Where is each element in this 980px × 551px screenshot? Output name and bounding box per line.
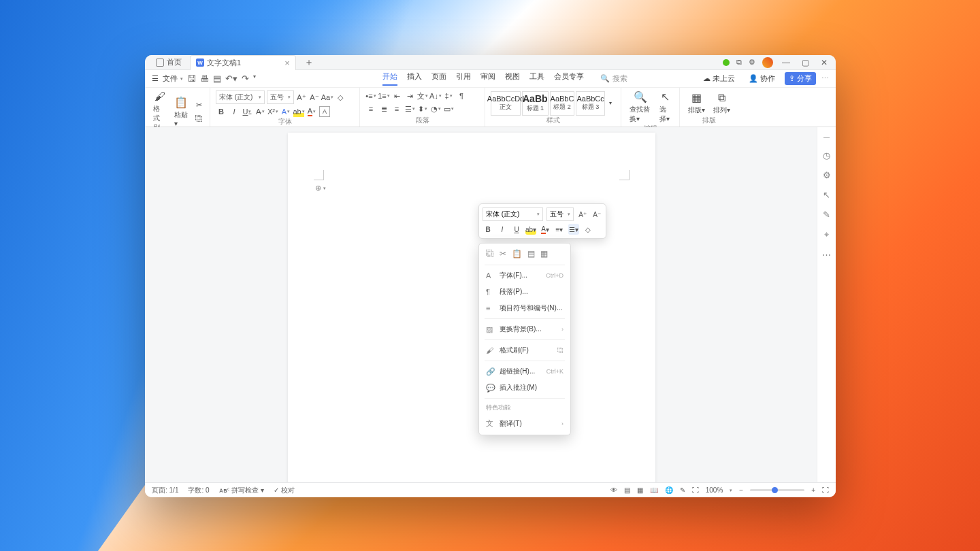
search-box[interactable]: 🔍 搜索 bbox=[600, 73, 627, 84]
tab-home[interactable]: 首页 bbox=[150, 55, 187, 69]
shrink-font-icon[interactable]: A⁻ bbox=[309, 92, 320, 103]
pencil-panel-icon[interactable]: ✎ bbox=[823, 210, 830, 220]
zoom-dropdown-icon[interactable]: ▾ bbox=[730, 488, 732, 493]
view-web-icon[interactable]: 🌐 bbox=[665, 486, 673, 494]
ctx-copy-icon[interactable]: ⿻ bbox=[486, 249, 494, 258]
ribbon-tab-review[interactable]: 审阅 bbox=[480, 71, 495, 86]
layout-icon[interactable]: ⧉ bbox=[736, 58, 742, 67]
mini-grow-font-icon[interactable]: A⁺ bbox=[577, 209, 588, 220]
status-proof[interactable]: ✓ 校对 bbox=[274, 486, 295, 495]
char-shading-icon[interactable]: A bbox=[319, 106, 330, 117]
view-outline-icon[interactable]: ▦ bbox=[637, 486, 643, 494]
shading-icon[interactable]: ◔ bbox=[430, 103, 441, 114]
maximize-button[interactable]: ▢ bbox=[799, 58, 811, 67]
ctx-background[interactable]: ▨更换背景(B)...› bbox=[479, 321, 570, 337]
clock-icon[interactable]: ◷ bbox=[823, 150, 830, 161]
zoom-out-button[interactable]: − bbox=[739, 486, 743, 494]
mini-size-combo[interactable]: 五号▾ bbox=[546, 207, 574, 221]
sync-status-icon[interactable] bbox=[723, 59, 730, 66]
preview-icon[interactable]: ▤ bbox=[213, 73, 221, 84]
mini-font-color-icon[interactable]: A▾ bbox=[540, 224, 551, 235]
text-effects-icon[interactable]: A bbox=[280, 106, 291, 117]
new-tab-button[interactable]: ＋ bbox=[304, 56, 314, 69]
ctx-paste-icon[interactable]: 📋 bbox=[512, 249, 522, 258]
more-menu-icon[interactable]: ⋯ bbox=[821, 74, 829, 83]
tab-document[interactable]: W 文字文稿1 × bbox=[190, 55, 296, 70]
status-spell[interactable]: ᴀʙᶜ 拼写检查 ▾ bbox=[219, 486, 265, 495]
redo-icon[interactable]: ↷ bbox=[242, 73, 249, 84]
cursor-panel-icon[interactable]: ↖ bbox=[823, 190, 830, 200]
paste-button[interactable]: 📋粘贴▾ bbox=[172, 96, 191, 127]
decrease-indent-icon[interactable]: ⇤ bbox=[391, 90, 402, 101]
view-read-icon[interactable]: 📖 bbox=[650, 486, 658, 494]
user-avatar[interactable] bbox=[762, 57, 773, 68]
zoom-in-button[interactable]: + bbox=[811, 486, 815, 494]
collapse-panel-icon[interactable]: — bbox=[823, 134, 830, 141]
mini-clear-icon[interactable]: ◇ bbox=[583, 224, 593, 235]
italic-icon[interactable]: I bbox=[229, 106, 240, 117]
superscript-icon[interactable]: X² bbox=[267, 106, 278, 117]
menu-file[interactable]: 文件▾ bbox=[163, 73, 183, 84]
mini-font-combo[interactable]: 宋体 (正文)▾ bbox=[483, 207, 543, 221]
border-icon[interactable]: ▭ bbox=[443, 103, 454, 114]
copy-icon[interactable]: ⿻ bbox=[193, 113, 204, 124]
status-words[interactable]: 字数: 0 bbox=[188, 486, 209, 495]
ctx-bullets[interactable]: ≡项目符号和编号(N)... bbox=[479, 300, 570, 316]
vertical-align-icon[interactable]: ⬍ bbox=[417, 103, 428, 114]
layout-button[interactable]: ▦排版▾ bbox=[685, 91, 708, 115]
bullet-list-icon[interactable]: •≡ bbox=[365, 90, 376, 101]
align-left-icon[interactable]: ≡ bbox=[365, 103, 376, 114]
strikethrough-icon[interactable]: A̶ bbox=[255, 106, 265, 117]
view-eye-icon[interactable]: 👁 bbox=[610, 486, 617, 494]
view-focus-icon[interactable]: ✎ bbox=[680, 486, 685, 494]
change-case-icon[interactable]: Aa bbox=[322, 92, 333, 103]
mini-bold-icon[interactable]: B bbox=[483, 224, 493, 235]
undo-icon[interactable]: ↶▾ bbox=[225, 73, 238, 84]
mini-align-icon[interactable]: ☰▾ bbox=[568, 224, 579, 235]
ctx-paragraph[interactable]: ¶段落(P)... bbox=[479, 284, 570, 300]
ribbon-tab-member[interactable]: 会员专享 bbox=[554, 71, 584, 86]
minimize-button[interactable]: — bbox=[780, 58, 792, 67]
document-page[interactable]: ⊕ ▾ bbox=[288, 133, 655, 482]
location-panel-icon[interactable]: ⌖ bbox=[824, 229, 829, 240]
font-size-combo[interactable]: 五号▾ bbox=[267, 90, 294, 104]
align-right-icon[interactable]: ≡ bbox=[391, 103, 402, 114]
align-justify-icon[interactable]: ☰ bbox=[404, 103, 415, 114]
cut-icon[interactable]: ✂ bbox=[193, 100, 204, 111]
ctx-translate[interactable]: 文翻译(T)› bbox=[479, 415, 570, 432]
view-fit-icon[interactable]: ⛶ bbox=[692, 486, 699, 494]
style-body[interactable]: AaBbCcDd正文 bbox=[491, 91, 521, 116]
font-name-combo[interactable]: 宋体 (正文)▾ bbox=[216, 90, 265, 104]
share-button[interactable]: ⇪分享 bbox=[785, 72, 816, 85]
mini-list-icon[interactable]: ≡▾ bbox=[554, 224, 565, 235]
line-spacing-icon[interactable]: ‡ bbox=[443, 90, 454, 101]
clear-format-icon[interactable]: ◇ bbox=[335, 92, 346, 103]
mini-highlight-icon[interactable]: ab▾ bbox=[525, 224, 536, 235]
view-print-icon[interactable]: ▤ bbox=[624, 486, 630, 494]
collaborate-button[interactable]: 👤协作 bbox=[745, 72, 779, 85]
highlight-icon[interactable]: ab bbox=[293, 106, 304, 117]
settings-icon[interactable]: ⚙ bbox=[749, 58, 755, 67]
close-window-button[interactable]: ✕ bbox=[818, 58, 830, 67]
tab-close-button[interactable]: × bbox=[284, 58, 290, 68]
find-replace-button[interactable]: 🔍查找替换▾ bbox=[627, 90, 654, 124]
ctx-hyperlink[interactable]: 🔗超链接(H)...Ctrl+K bbox=[479, 363, 570, 380]
show-marks-icon[interactable]: ¶ bbox=[456, 90, 467, 101]
more-quick-icon[interactable]: ▾ bbox=[253, 73, 256, 84]
text-direction-icon[interactable]: 文 bbox=[417, 90, 428, 101]
increase-indent-icon[interactable]: ⇥ bbox=[404, 90, 415, 101]
more-panel-icon[interactable]: ⋯ bbox=[822, 250, 831, 260]
document-area[interactable]: ⊕ ▾ — ◷ ⚙ ↖ ✎ ⌖ ⋯ 宋体 (正文)▾ 五号▾ A⁺ A⁻ B I… bbox=[145, 127, 836, 482]
ribbon-tab-view[interactable]: 视图 bbox=[505, 71, 520, 86]
ctx-font[interactable]: A字体(F)...Ctrl+D bbox=[479, 267, 570, 284]
bold-icon[interactable]: B bbox=[216, 106, 227, 117]
ribbon-tab-start[interactable]: 开始 bbox=[382, 71, 397, 86]
mini-italic-icon[interactable]: I bbox=[497, 224, 508, 235]
print-icon[interactable]: 🖶 bbox=[200, 73, 209, 84]
ctx-paste-special-icon[interactable]: ▦ bbox=[540, 249, 548, 258]
ctx-comment[interactable]: 💬插入批注(M) bbox=[479, 380, 570, 396]
sort-icon[interactable]: A↓ bbox=[430, 90, 441, 101]
format-brush-button[interactable]: 🖌格式刷 bbox=[150, 90, 169, 133]
status-page[interactable]: 页面: 1/1 bbox=[152, 486, 178, 495]
ribbon-tab-page[interactable]: 页面 bbox=[431, 71, 446, 86]
